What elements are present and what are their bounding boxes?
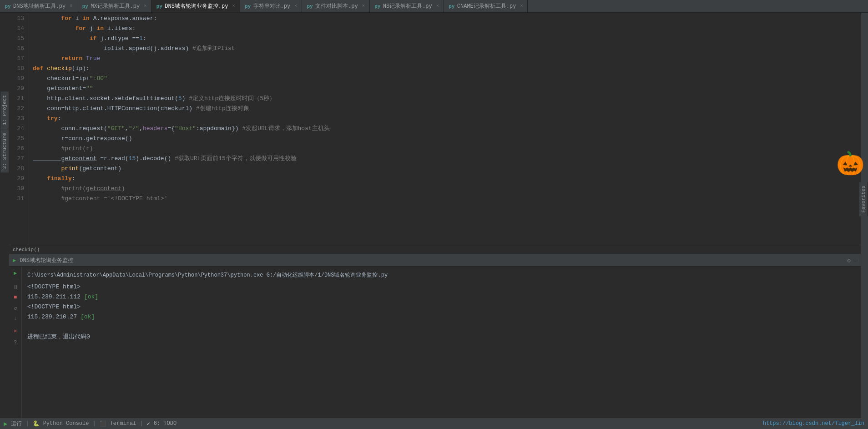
todo-icon: ✔ [146, 420, 150, 427]
console-pause-btn[interactable]: ⏸ [11, 283, 20, 292]
console-line-3: <!DOCTYPE html> [27, 302, 855, 312]
line-numbers: 13 14 15 16 17 18 19 20 21 22 23 24 25 2… [9, 13, 28, 245]
breadcrumb: checkip() [13, 247, 40, 252]
status-bar-right: https://blog.csdn.net/Tiger_lin [763, 420, 864, 427]
terminal-icon: ⬛ [100, 420, 106, 427]
status-separator3: | [140, 420, 143, 427]
py-icon-tab1: py [5, 3, 11, 10]
py-icon-tab7: py [449, 3, 455, 10]
tab-close-1[interactable]: × [70, 4, 72, 9]
tab-close-4[interactable]: × [294, 4, 297, 9]
py-icon-tab3: py [156, 3, 162, 10]
tab-ns[interactable]: py NS记录解析工具.py × [370, 0, 444, 12]
console-minimize-icon[interactable]: − [853, 257, 857, 264]
console-line-6: 进程已结束，退出代码0 [27, 332, 855, 342]
py-icon-tab6: py [374, 3, 381, 10]
editor-container: 13 14 15 16 17 18 19 20 21 22 23 24 25 2… [9, 13, 861, 418]
console-settings-icon[interactable]: ⚙ [847, 257, 851, 264]
py-icon-tab4: py [245, 3, 251, 10]
console-line-5 [27, 322, 855, 332]
console-scroll-btn[interactable]: ↓ [11, 314, 20, 323]
tab-label-4: 字符串对比.py [253, 2, 291, 10]
tab-close-7[interactable]: × [520, 4, 523, 9]
console-stop-btn[interactable]: ■ [11, 293, 20, 302]
tab-label-6: NS记录解析工具.py [383, 2, 432, 10]
status-separator2: | [92, 420, 96, 427]
todo-label[interactable]: 6: TODO [154, 420, 177, 427]
side-tabs: 1: Project 2: Structure [0, 91, 9, 172]
code-area[interactable]: 13 14 15 16 17 18 19 20 21 22 23 24 25 2… [9, 13, 861, 245]
favorites-label: Favorites [861, 186, 866, 212]
main-area: 13 14 15 16 17 18 19 20 21 22 23 24 25 2… [0, 13, 868, 418]
tab-label-7: CNAME记录解析工具.py [457, 2, 516, 10]
run-label[interactable]: 运行 [11, 420, 22, 428]
run-button[interactable]: ▶ [4, 420, 7, 428]
side-tab-project-label: 1: Project [2, 95, 7, 125]
breadcrumb-bar: checkip() [9, 245, 861, 254]
side-tab-structure-label: 2: Structure [2, 133, 7, 169]
tab-mx[interactable]: py MX记录解析工具.py × [77, 0, 151, 12]
console-header: ▶ DNS域名轮询业务监控 ⚙ − [9, 255, 861, 267]
console-play-btn[interactable]: ▶ [11, 268, 20, 278]
status-url: https://blog.csdn.net/Tiger_lin [763, 420, 864, 427]
py-icon-tab2: py [82, 3, 88, 10]
console-header-controls: ⚙ − [847, 257, 857, 264]
side-tab-structure[interactable]: 2: Structure [0, 129, 9, 172]
tab-label-1: DNS地址解析工具.py [13, 2, 66, 10]
status-bar: ▶ 运行 | 🐍 Python Console | ⬛ Terminal | ✔… [0, 418, 868, 429]
terminal-label[interactable]: Terminal [110, 420, 136, 427]
py-icon-tab5: py [307, 3, 313, 10]
tab-label-5: 文件对比脚本.py [315, 2, 358, 10]
tab-label-2: MX记录解析工具.py [91, 2, 140, 10]
console-left-icons: ▶ ⏸ ■ ↺ ↓ ✕ ? [9, 267, 22, 418]
tab-dns-monitor[interactable]: py DNS域名轮询业务监控.py × [151, 0, 240, 12]
tab-dns[interactable]: py DNS地址解析工具.py × [0, 0, 77, 12]
console-line-2: 115.239.211.112 [ok] [27, 292, 855, 302]
tab-label-3: DNS域名轮询业务监控.py [165, 2, 228, 10]
tab-cname[interactable]: py CNAME记录解析工具.py × [444, 0, 528, 12]
console-body: ▶ ⏸ ■ ↺ ↓ ✕ ? C:\Users\Administrator\App… [9, 267, 861, 418]
status-separator: | [25, 420, 29, 427]
console-output: C:\Users\Administrator\AppData\Local\Pro… [22, 267, 861, 418]
console-line-1: <!DOCTYPE html> [27, 282, 855, 292]
console-separator [12, 280, 19, 280]
console-question-btn[interactable]: ? [11, 338, 20, 348]
console-close-btn[interactable]: ✕ [11, 326, 20, 335]
side-tab-project[interactable]: 1: Project [0, 91, 9, 129]
console-cmd: C:\Users\Administrator\AppData\Local\Pro… [27, 270, 855, 280]
tab-string[interactable]: py 字符串对比.py × [240, 0, 303, 12]
console-run-icon: ▶ [13, 257, 16, 264]
tab-file[interactable]: py 文件对比脚本.py × [302, 0, 370, 12]
favorites-tab[interactable]: Favorites [859, 182, 868, 216]
tab-close-3[interactable]: × [232, 4, 235, 9]
tab-close-2[interactable]: × [144, 4, 146, 9]
tab-close-6[interactable]: × [436, 4, 439, 9]
console-rerun-btn[interactable]: ↺ [11, 303, 20, 313]
console-title: DNS域名轮询业务监控 [20, 257, 73, 264]
console-line-4: 115.239.210.27 [ok] [27, 312, 855, 322]
console-area: ▶ DNS域名轮询业务监控 ⚙ − ▶ ⏸ ■ ↺ ↓ ✕ ? [9, 254, 861, 418]
python-console-icon: 🐍 [33, 420, 40, 427]
console-cmd-text: C:\Users\Administrator\AppData\Local\Pro… [27, 272, 388, 278]
tab-bar: py DNS地址解析工具.py × py MX记录解析工具.py × py DN… [0, 0, 868, 13]
python-console-label[interactable]: Python Console [43, 420, 89, 427]
tab-close-5[interactable]: × [362, 4, 365, 9]
code-content[interactable]: for i in A.response.answer: for j in i.i… [28, 13, 861, 245]
status-bar-left: ▶ 运行 | 🐍 Python Console | ⬛ Terminal | ✔… [4, 420, 177, 428]
